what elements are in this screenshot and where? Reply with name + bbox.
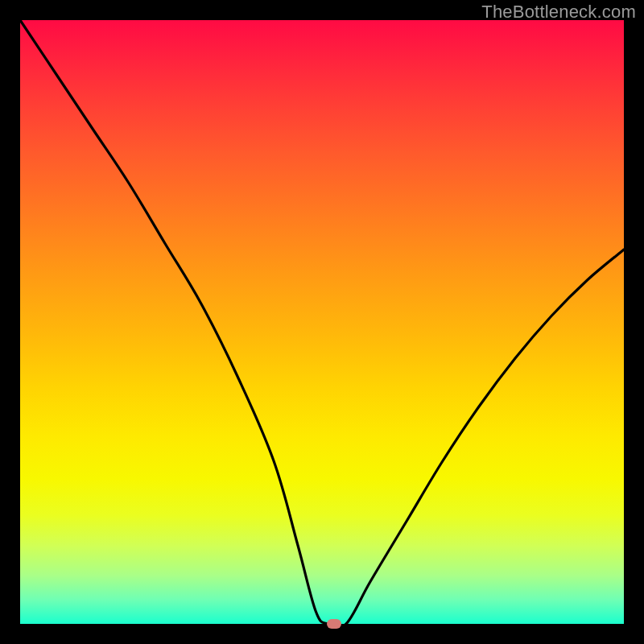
plot-area bbox=[20, 20, 624, 624]
bottleneck-curve bbox=[20, 20, 624, 624]
optimum-marker bbox=[327, 619, 341, 629]
watermark-text: TheBottleneck.com bbox=[481, 2, 636, 23]
chart-frame: TheBottleneck.com bbox=[0, 0, 644, 644]
